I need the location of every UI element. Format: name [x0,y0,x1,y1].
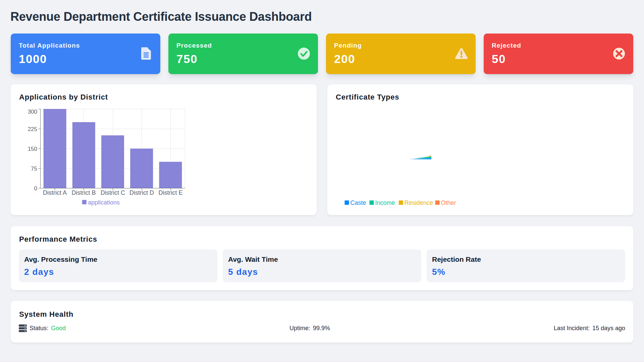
svg-text:Income: Income [375,199,395,206]
svg-text:75: 75 [31,166,37,172]
svg-text:150: 150 [28,146,37,152]
svg-text:Residence: Residence [405,199,433,206]
svg-text:0: 0 [34,185,37,192]
svg-text:District A: District A [43,189,67,196]
svg-text:District D: District D [129,189,154,196]
svg-text:applications: applications [88,199,120,206]
svg-text:District B: District B [72,189,96,196]
svg-text:Other: Other [441,199,456,206]
svg-text:225: 225 [28,126,37,132]
svg-text:300: 300 [28,109,37,115]
svg-text:Caste: Caste [351,199,366,206]
svg-text:District E: District E [159,189,183,196]
svg-text:District C: District C [101,189,125,196]
